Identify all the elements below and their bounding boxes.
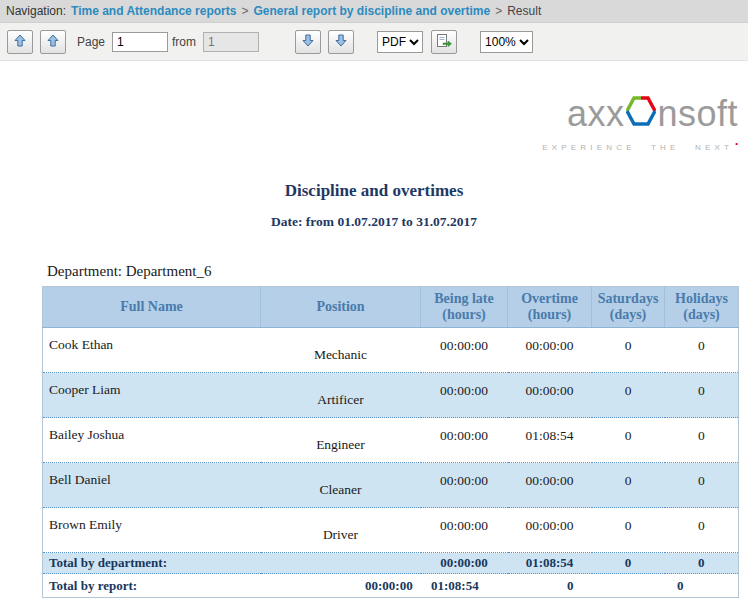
breadcrumb: Navigation: Time and Attendance reports … <box>0 0 748 23</box>
cell-saturdays: 0 <box>592 418 665 463</box>
department-label: Department: Department_6 <box>47 263 748 280</box>
axxonsoft-logo-text: axx nsoft <box>542 95 738 133</box>
total-report-holidays: 0 <box>677 578 684 594</box>
zoom-select[interactable]: 100% <box>480 31 533 53</box>
cell-full-name: Bailey Joshua <box>43 418 261 463</box>
header-overtime: Overtime (hours) <box>508 287 592 328</box>
total-report-saturdays: 0 <box>567 578 574 594</box>
breadcrumb-link-time-attendance-reports[interactable]: Time and Attendance reports <box>71 4 236 18</box>
cell-overtime: 00:00:00 <box>508 328 592 373</box>
export-button[interactable] <box>431 30 457 54</box>
report-table: Full Name Position Being late (hours) Ov… <box>42 286 739 598</box>
arrow-up-icon <box>14 34 26 50</box>
cell-full-name: Brown Emily <box>43 508 261 553</box>
total-department-label: Total by department: <box>43 553 421 574</box>
cell-being-late: 00:00:00 <box>421 328 508 373</box>
cell-being-late: 00:00:00 <box>421 373 508 418</box>
total-report-overtime: 01:08:54 <box>431 578 479 594</box>
last-page-button[interactable] <box>328 30 354 54</box>
next-page-button[interactable] <box>295 30 321 54</box>
total-department-saturdays: 0 <box>592 553 665 574</box>
table-row: Bell Daniel Cleaner 00:00:00 00:00:00 0 … <box>43 463 739 508</box>
header-holidays: Holidays (days) <box>665 287 739 328</box>
cell-position: Driver <box>261 508 421 553</box>
total-pages-input <box>203 32 259 52</box>
cell-saturdays: 0 <box>592 463 665 508</box>
cell-full-name: Bell Daniel <box>43 463 261 508</box>
cell-position: Engineer <box>261 418 421 463</box>
logo-text-left: axx <box>567 96 625 132</box>
arrow-up-icon <box>47 34 59 50</box>
page-number-input[interactable] <box>112 32 168 52</box>
cell-overtime: 00:00:00 <box>508 373 592 418</box>
cell-being-late: 00:00:00 <box>421 418 508 463</box>
total-department-overtime: 01:08:54 <box>508 553 592 574</box>
table-row: Cook Ethan Mechanic 00:00:00 00:00:00 0 … <box>43 328 739 373</box>
cell-overtime: 01:08:54 <box>508 418 592 463</box>
breadcrumb-current: Result <box>507 4 541 18</box>
report-toolbar: Page from PDF 100% <box>0 23 748 61</box>
cell-saturdays: 0 <box>592 328 665 373</box>
cell-full-name: Cooper Liam <box>43 373 261 418</box>
cell-holidays: 0 <box>665 373 739 418</box>
cell-saturdays: 0 <box>592 373 665 418</box>
arrow-down-icon <box>302 34 314 50</box>
cell-holidays: 0 <box>665 418 739 463</box>
logo-tagline: EXPERIENCE THE NEXT• <box>542 139 738 152</box>
from-label: from <box>172 35 196 49</box>
cell-position: Mechanic <box>261 328 421 373</box>
first-page-button[interactable] <box>7 30 33 54</box>
table-row: Cooper Liam Artificer 00:00:00 00:00:00 … <box>43 373 739 418</box>
total-by-report-row: Total by report: 00:00:00 01:08:54 0 0 <box>43 574 739 598</box>
total-report-label: Total by report: <box>49 578 137 594</box>
header-position: Position <box>261 287 421 328</box>
breadcrumb-link-general-report[interactable]: General report by discipline and overtim… <box>253 4 490 18</box>
arrow-down-icon <box>335 34 347 50</box>
breadcrumb-prefix: Navigation: <box>6 4 66 18</box>
header-being-late: Being late (hours) <box>421 287 508 328</box>
cell-full-name: Cook Ethan <box>43 328 261 373</box>
table-row: Bailey Joshua Engineer 00:00:00 01:08:54… <box>43 418 739 463</box>
logo-hexagon-icon <box>626 95 656 133</box>
logo-tagline-text: EXPERIENCE THE NEXT <box>542 143 733 152</box>
report-date-range: Date: from 01.07.2017 to 31.07.2017 <box>0 214 748 230</box>
page-label: Page <box>77 35 105 49</box>
breadcrumb-separator: > <box>495 4 502 18</box>
header-saturdays: Saturdays (days) <box>592 287 665 328</box>
logo-text-right: nsoft <box>657 96 738 132</box>
cell-overtime: 00:00:00 <box>508 463 592 508</box>
cell-being-late: 00:00:00 <box>421 508 508 553</box>
total-report-being-late: 00:00:00 <box>365 578 413 594</box>
cell-holidays: 0 <box>665 328 739 373</box>
export-icon <box>436 33 452 51</box>
cell-holidays: 0 <box>665 463 739 508</box>
export-format-select[interactable]: PDF <box>377 31 423 53</box>
report-page: axx nsoft EXPERIENCE THE NEXT• Disciplin… <box>0 61 748 613</box>
table-row: Brown Emily Driver 00:00:00 00:00:00 0 0 <box>43 508 739 553</box>
cell-position: Artificer <box>261 373 421 418</box>
cell-saturdays: 0 <box>592 508 665 553</box>
header-full-name: Full Name <box>43 287 261 328</box>
breadcrumb-separator: > <box>241 4 248 18</box>
prev-page-button[interactable] <box>40 30 66 54</box>
cell-holidays: 0 <box>665 508 739 553</box>
logo-tagline-dot: • <box>735 139 738 148</box>
cell-being-late: 00:00:00 <box>421 463 508 508</box>
total-department-being-late: 00:00:00 <box>421 553 508 574</box>
axxonsoft-logo: axx nsoft EXPERIENCE THE NEXT• <box>542 95 738 152</box>
cell-position: Cleaner <box>261 463 421 508</box>
total-department-holidays: 0 <box>665 553 739 574</box>
total-by-department-row: Total by department: 00:00:00 01:08:54 0… <box>43 553 739 574</box>
cell-overtime: 00:00:00 <box>508 508 592 553</box>
table-header-row: Full Name Position Being late (hours) Ov… <box>43 287 739 328</box>
